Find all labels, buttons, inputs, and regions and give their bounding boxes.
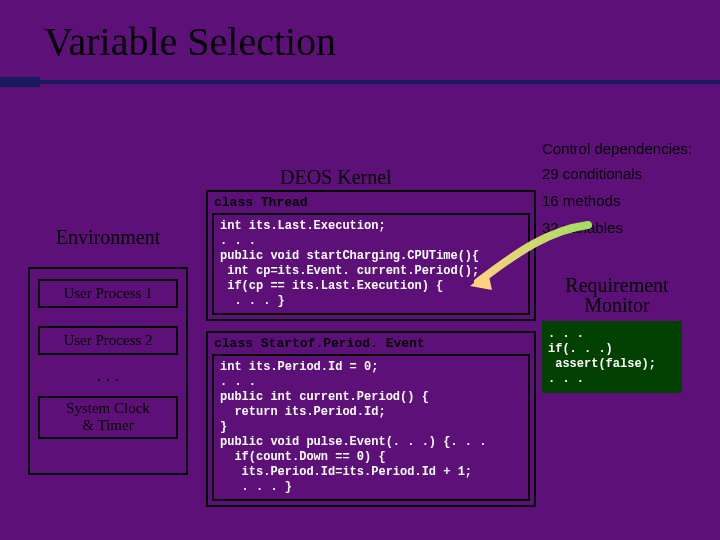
process-ellipsis: . . .: [38, 365, 178, 386]
requirement-monitor-label: Requirement Monitor: [542, 275, 692, 315]
class-thread-box: class Thread int its.Last.Execution; . .…: [206, 190, 536, 321]
user-process-2-box: User Process 2: [38, 326, 178, 355]
page-title: Variable Selection: [44, 18, 720, 65]
stat-methods: 16 methods: [542, 193, 692, 208]
stat-conditionals: 29 conditionals: [542, 166, 692, 181]
environment-title: Environment: [28, 226, 188, 249]
kernel-header: DEOS Kernel: [280, 166, 392, 189]
system-clock-box: System Clock & Timer: [38, 396, 178, 439]
user-process-1-box: User Process 1: [38, 279, 178, 308]
class-startofperiod-code: int its.Period.Id = 0; . . . public int …: [212, 354, 530, 501]
title-underline: [0, 77, 720, 87]
environment-group: User Process 1 User Process 2 . . . Syst…: [28, 267, 188, 475]
control-dependencies-label: Control dependencies:: [542, 140, 692, 157]
class-startofperiod-box: class Startof.Period. Event int its.Peri…: [206, 331, 536, 507]
class-thread-code: int its.Last.Execution; . . . public voi…: [212, 213, 530, 315]
stat-variables: 32 variables: [542, 220, 692, 235]
class-startofperiod-header: class Startof.Period. Event: [212, 335, 530, 354]
monitor-code-block: . . . if(. . .) assert(false); . . .: [542, 321, 682, 393]
class-thread-header: class Thread: [212, 194, 530, 213]
